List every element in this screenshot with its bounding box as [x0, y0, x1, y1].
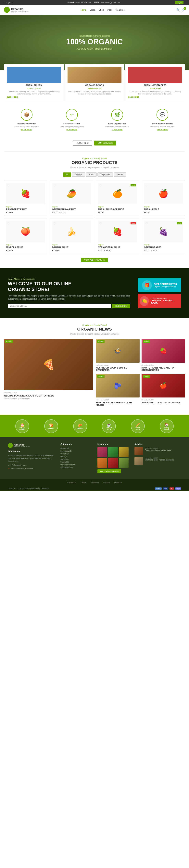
footer-social-bar: Facebook Twitter Pinterest Dribble Linke… [0, 479, 189, 486]
email-input[interactable] [8, 304, 111, 308]
article-item[interactable]: November 5, 2017 Mushroom soup: 8 simple… [134, 457, 181, 465]
list-item[interactable]: Dairy (2) [60, 456, 92, 458]
promo-food[interactable]: 🍋 End of season -30% ORGANIC NATURAL FOO… [138, 294, 181, 308]
features-buttons: ABOUT INFO OUR SERVICES [0, 138, 189, 151]
product-card[interactable]: ♡ 🍑 Organic MINEOLA FRUIT £23.50 [4, 219, 47, 254]
news-section-label: Organic and Freshly Picked [4, 324, 185, 326]
news-tag: Popular [143, 375, 150, 378]
product-image: ♡ 20% 🍊 [98, 183, 137, 204]
news-article-strawberry[interactable]: Popular 🍓 November 5, 2017 HOW TO PLANT … [141, 339, 185, 372]
social-links[interactable]: f t g+ p [4, 1, 13, 4]
view-all-button[interactable]: VIEW ALL PRODUCTS [81, 258, 108, 262]
list-item[interactable]: Berries (2) [60, 447, 92, 449]
follow-instagram-button[interactable]: FOLLOW INSTAGRAM [97, 469, 121, 473]
social-pinterest[interactable]: Pinterest [91, 482, 99, 484]
product-image: ♡ 🍌 [52, 221, 91, 242]
product-card[interactable]: ♡ 🍌 Organic BANANA FRUIT £23.00 [50, 219, 93, 254]
list-item[interactable]: Beverages (2) [60, 450, 92, 452]
instagram-image[interactable] [119, 458, 129, 468]
wishlist-icon[interactable]: ♡ [53, 184, 56, 187]
product-badge: Sale [130, 222, 136, 224]
feature-order-cta[interactable]: CLICK HERE [6, 129, 47, 131]
featured-fruits-cta[interactable]: CLICK HERE [7, 96, 61, 98]
instagram-image[interactable] [108, 447, 118, 457]
facebook-icon[interactable]: f [4, 1, 4, 4]
instagram-image[interactable] [108, 458, 118, 468]
social-twitter[interactable]: Twitter [81, 482, 86, 484]
banner-desc: Reduce sit lorem at dobra magna aliquam … [8, 294, 130, 301]
nav-features[interactable]: Features [116, 9, 124, 11]
feature-support-cta[interactable]: CLICK HERE [142, 129, 183, 131]
pinterest-icon[interactable]: p [12, 1, 13, 4]
wishlist-icon[interactable]: ♡ [99, 184, 102, 187]
product-image: ♡ 🍎 [144, 183, 183, 204]
news-article-washing[interactable]: Popular 🫐 November 3, 2017 SOME TIPS FOR… [96, 374, 139, 407]
wishlist-icon[interactable]: ♡ [53, 222, 56, 225]
product-price: £23.50 [6, 249, 45, 252]
wishlist-icon[interactable]: ♡ [145, 222, 148, 225]
nav-page[interactable]: Page [107, 9, 113, 11]
search-icon[interactable]: 🔍 [177, 8, 180, 11]
filter-cassete[interactable]: Cassete [72, 173, 85, 177]
about-info-button[interactable]: ABOUT INFO [73, 141, 92, 146]
login-button[interactable]: Login [175, 1, 184, 4]
our-services-button[interactable]: OUR SERVICES [94, 141, 116, 146]
product-badge: 20% [130, 184, 136, 186]
news-article-apple[interactable]: Popular 🍎 November 5, 2017 APPLE: THE GR… [141, 374, 185, 407]
wishlist-icon[interactable]: ♡ [7, 184, 10, 187]
list-item[interactable]: Vegetables (all) [60, 467, 92, 469]
news-article-soup[interactable]: Popular 🍲 November 3, 2017 MUSHROOM SOUP… [96, 339, 139, 372]
nav-blogs[interactable]: Blogs [90, 9, 95, 11]
email-label: EMAIL: themeum@gmail.com [94, 1, 121, 4]
footer-categories: Categories Berries (2) Beverages (2) Cer… [60, 443, 92, 473]
product-card[interactable]: ♡ Sale 🍓 Organic STRAWBERRY FRUIT £4.00 … [96, 219, 139, 254]
hero-subtitle: Natural Health Care Ingredientsa [66, 35, 123, 37]
instagram-image[interactable] [97, 447, 107, 457]
twitter-icon[interactable]: t [6, 1, 7, 4]
social-facebook[interactable]: Facebook [67, 482, 76, 484]
product-status: Organic [144, 206, 183, 208]
product-card[interactable]: ♡ 🍓 Organic RASPBERRY FRUIT £18.00 [4, 181, 47, 216]
social-dribble[interactable]: Dribble [103, 482, 109, 484]
subscribe-button[interactable]: SUBSCRIBE [112, 304, 130, 308]
promo-gift[interactable]: 🎁 GIFT CERTIFICATES Organic Store gift c… [138, 278, 181, 292]
cart-button[interactable]: 🛒 0 [182, 8, 185, 11]
product-card[interactable]: ♡ 🍎 Organic FRESH APPLE £6.00 [142, 181, 185, 216]
nav-home[interactable]: Home [81, 9, 86, 11]
news-main-article[interactable]: Popular 🍕 November 5, 2017 RECIPE FOR DE… [4, 339, 93, 409]
filter-berries[interactable]: Berries [114, 173, 126, 177]
list-item[interactable]: Spiced (2) [60, 458, 92, 460]
article-item[interactable]: November 5, 2017 Recipe for delicious to… [134, 447, 181, 455]
filter-vegetables[interactable]: Vegetables [97, 173, 113, 177]
filter-all[interactable]: All [63, 173, 71, 177]
list-item[interactable]: Uncategorised (all) [60, 464, 92, 466]
contact-info: PHONE: (+84) 123456789 EMAIL: themeum@gm… [67, 1, 121, 4]
nav-shop[interactable]: Shop [99, 9, 104, 11]
product-card[interactable]: ♡ 20% 🍊 Organic FRESH FRUITS ORANGE £4.0… [96, 181, 139, 216]
product-card[interactable]: ♡ 🥭 Organic GREEN PAPAYA FRUIT £10.00 £1… [50, 181, 93, 216]
filter-fruits[interactable]: Fruits [86, 173, 97, 177]
instagram-image[interactable] [97, 458, 107, 468]
feature-return-cta[interactable]: CLICK HERE [51, 129, 93, 131]
product-card[interactable]: ♡ 10% 🍇 Organic GREEN DRAPES £12.00 £24.… [142, 219, 185, 254]
list-item[interactable]: Tropical (2) [60, 461, 92, 463]
wishlist-icon[interactable]: ♡ [7, 222, 10, 225]
instagram-image[interactable] [119, 447, 129, 457]
feature-support-text: Order fresh produce anywhere [142, 126, 183, 128]
food-icon: 🍋 [140, 296, 149, 306]
wishlist-icon[interactable]: ♡ [99, 222, 102, 225]
product-name: MINEOLA FRUIT [6, 246, 45, 248]
featured-vegetables-cta[interactable]: CLICK HERE [128, 96, 182, 98]
promo-food-title: ORGANIC NATURAL FOOD [151, 299, 179, 305]
product-name: FRESH FRUITS ORANGE [98, 208, 137, 211]
feature-organic-cta[interactable]: CLICK HERE [96, 129, 138, 131]
social-linkedin[interactable]: LinkedIn [114, 482, 122, 484]
news-title: APPLE: THE GREAT USE OF APPLES [141, 401, 185, 404]
wishlist-icon[interactable]: ♡ [145, 184, 148, 187]
article-thumb [134, 457, 143, 465]
footer-articles: Articles November 5, 2017 Recipe for del… [134, 443, 181, 473]
list-item[interactable]: Cereals (2) [60, 453, 92, 455]
product-filter-tabs: All Cassete Fruits Vegetables Berries [4, 173, 185, 177]
googleplus-icon[interactable]: g+ [8, 1, 10, 4]
news-section-desc: Mauris at ipsum at magna egestas volutpa… [4, 333, 185, 335]
